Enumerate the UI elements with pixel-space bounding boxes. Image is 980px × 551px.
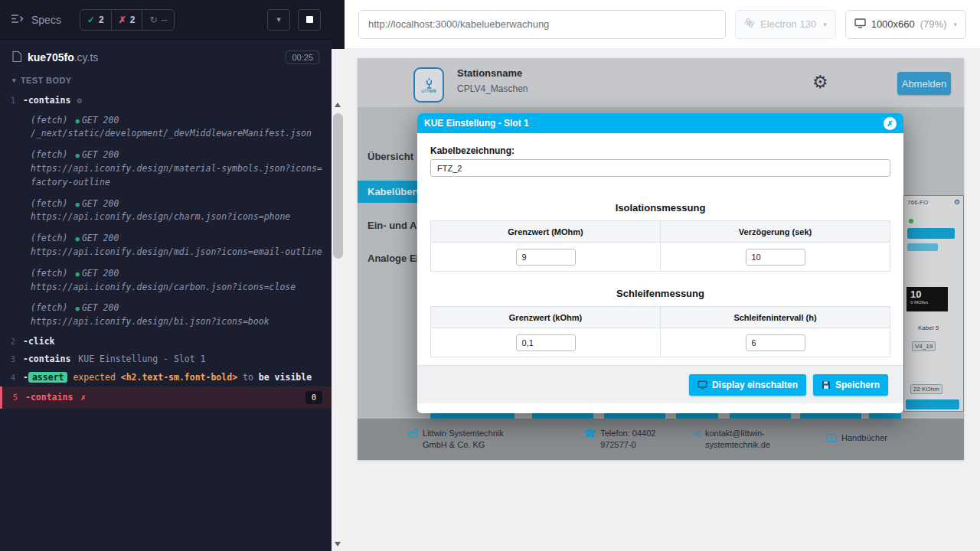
- spec-extension: .cy.ts: [74, 51, 99, 64]
- app-under-test: LITTWIN Stationsname CPLV4_Maschen ⚙ Abm…: [358, 58, 964, 460]
- assert-expected: expected: [73, 372, 115, 383]
- url-bar[interactable]: http://localhost:3000/kabelueberwachung: [358, 10, 726, 39]
- spec-file-icon: [12, 51, 21, 64]
- command-name: -contains: [25, 391, 73, 404]
- network-log[interactable]: (fetch)●GET 200 https://api.iconify.desi…: [0, 194, 332, 229]
- stat-pending: ↻ --: [142, 10, 174, 30]
- test-body-toggle[interactable]: ▾ TEST BODY: [0, 70, 332, 90]
- command-row[interactable]: 1 -contains⚙: [0, 92, 332, 110]
- fetch-method: GET 200: [82, 198, 119, 209]
- schleifen-heading: Schleifenmessung: [430, 288, 890, 299]
- fetch-method: GET 200: [82, 302, 119, 313]
- monitor-icon: [854, 18, 866, 31]
- stop-icon: [306, 16, 313, 23]
- status-dot-icon: ●: [75, 117, 79, 125]
- screen: Specs ✓ 2 ✗ 2 ↻ -- ▾: [0, 0, 980, 551]
- command-number: 5: [2, 391, 25, 404]
- status-dot-icon: ●: [75, 152, 79, 159]
- stat-passed: ✓ 2: [80, 10, 112, 30]
- loop-col-grenzwert: Grenzwert (kOhm): [431, 307, 661, 328]
- fetch-method: GET 200: [82, 115, 119, 126]
- assert-to: to: [243, 372, 253, 383]
- command-name: -click: [23, 336, 55, 347]
- command-log: 1 -contains⚙ (fetch)●GET 200 /_next/stat…: [0, 92, 332, 409]
- test-stats: ✓ 2 ✗ 2 ↻ --: [80, 9, 175, 31]
- loop-col-intervall: Schleifenintervall (h): [661, 307, 890, 328]
- command-number: 1: [0, 94, 23, 107]
- reporter-scrollbar[interactable]: [332, 0, 345, 551]
- fetch-tag: (fetch): [31, 302, 67, 313]
- scrollbar-track[interactable]: [332, 49, 345, 551]
- x-icon: ✗: [119, 15, 126, 25]
- fail-x-icon: ✗: [80, 391, 86, 404]
- network-log[interactable]: (fetch)●GET 200 https://api.iconify.desi…: [0, 298, 332, 333]
- failed-count: 2: [130, 15, 136, 25]
- command-row[interactable]: 2 -click: [0, 333, 332, 350]
- save-button[interactable]: Speichern: [813, 374, 888, 396]
- loop-grenzwert-input[interactable]: [516, 334, 576, 351]
- collapse-button[interactable]: ▾: [267, 9, 290, 31]
- command-number: 2: [0, 335, 23, 348]
- command-name: -contains: [23, 354, 70, 364]
- network-log[interactable]: (fetch)●GET 200 https://api.iconify.desi…: [0, 228, 332, 263]
- scrollbar-thumb[interactable]: [333, 113, 343, 259]
- modal-body: Kabelbezeichnung: Isolationsmessung Gren…: [417, 133, 903, 357]
- fetch-url: https://api.iconify.design/charm.json?ic…: [31, 210, 324, 224]
- specs-menu-icon[interactable]: [11, 13, 24, 27]
- assert-visible: visible: [275, 372, 312, 383]
- runner-toolbar: http://localhost:3000/kabelueberwachung …: [345, 0, 980, 49]
- fetch-tag: (fetch): [31, 198, 67, 209]
- command-row-failed[interactable]: 5 -contains ✗ 0: [0, 386, 332, 409]
- kabelbezeichnung-input[interactable]: [430, 159, 890, 177]
- fetch-tag: (fetch): [31, 233, 67, 243]
- command-row-assert[interactable]: 4 -assert expected <h2.text-sm.font-bold…: [0, 369, 332, 386]
- spec-header: kue705fo.cy.ts 00:25: [0, 40, 332, 70]
- assert-element: <h2.text-sm.font-bold>: [121, 372, 237, 383]
- restart-icon: ↻: [149, 15, 157, 25]
- floppy-icon: [822, 380, 831, 390]
- command-name: -contains: [23, 95, 70, 106]
- monitor-icon: [697, 380, 707, 390]
- iso-verzoegerung-input[interactable]: [746, 249, 805, 266]
- iso-grenzwert-input[interactable]: [516, 249, 576, 266]
- modal-header: KUE Einstellung - Slot 1 ✗: [417, 113, 903, 133]
- fetch-tag: (fetch): [31, 268, 67, 279]
- command-row[interactable]: 3 -containsKUE Einstellung - Slot 1: [0, 350, 332, 368]
- assert-badge: assert: [28, 372, 68, 383]
- network-log[interactable]: (fetch)●GET 200 https://api.iconify.desi…: [0, 263, 332, 298]
- fetch-tag: (fetch): [31, 149, 67, 160]
- spec-name[interactable]: kue705fo: [28, 51, 74, 64]
- fetch-method: GET 200: [82, 233, 119, 243]
- display-on-button[interactable]: Display einschalten: [689, 374, 806, 396]
- network-log[interactable]: (fetch)●GET 200 https://api.iconify.desi…: [0, 145, 332, 193]
- network-log[interactable]: (fetch)●GET 200 /_next/static/developmen…: [0, 110, 332, 145]
- loop-intervall-input[interactable]: [746, 334, 805, 351]
- check-icon: ✓: [87, 15, 95, 25]
- scroll-down-arrow[interactable]: [335, 542, 341, 546]
- gear-icon: ⚙: [77, 96, 82, 106]
- fetch-method: GET 200: [82, 149, 119, 160]
- isolation-table: Grenzwert (MOhm) Verzögerung (sek): [430, 220, 890, 272]
- schleifen-table: Grenzwert (kOhm) Schleifenintervall (h): [430, 306, 890, 357]
- cypress-reporter: Specs ✓ 2 ✗ 2 ↻ -- ▾: [0, 0, 332, 551]
- stat-failed: ✗ 2: [112, 10, 143, 30]
- status-dot-icon: ●: [75, 305, 79, 312]
- isolation-heading: Isolationsmessung: [430, 202, 890, 214]
- scroll-up-arrow[interactable]: [335, 103, 341, 107]
- pending-count: --: [161, 15, 167, 25]
- close-icon[interactable]: ✗: [884, 117, 897, 130]
- runner-stage: LITTWIN Stationsname CPLV4_Maschen ⚙ Abm…: [345, 49, 980, 551]
- fetch-url: https://api.iconify.design/mdi.json?icon…: [31, 246, 324, 259]
- specs-link[interactable]: Specs: [31, 14, 61, 26]
- viewport-size: 1000x660: [871, 18, 915, 30]
- fetch-url: https://api.iconify.design/carbon.json?i…: [31, 281, 324, 295]
- assert-dash: -: [23, 372, 28, 383]
- electron-icon: [744, 18, 755, 31]
- stop-button[interactable]: [298, 9, 321, 31]
- chevron-down-icon: ▾: [953, 21, 957, 28]
- viewport-selector[interactable]: 1000x660 (79%) ▾: [845, 10, 966, 39]
- status-dot-icon: ●: [75, 201, 79, 208]
- test-body-label: TEST BODY: [21, 76, 72, 85]
- spec-duration: 00:25: [286, 51, 319, 64]
- browser-selector[interactable]: Electron 130 ▾: [735, 10, 836, 39]
